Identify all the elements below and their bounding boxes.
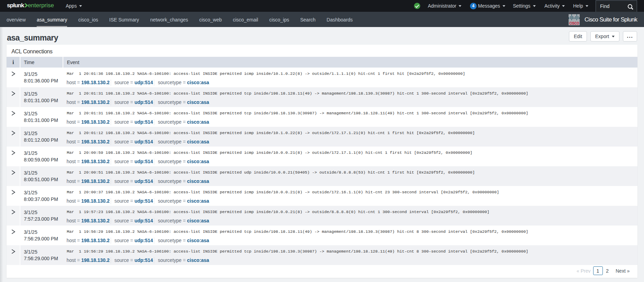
svg-text:CISCO: CISCO: [569, 21, 579, 25]
